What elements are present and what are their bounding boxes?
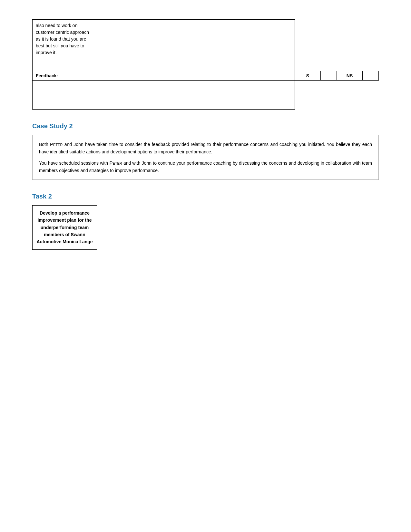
peter-name-2: Peter: [109, 160, 122, 166]
answer-cell-left: [33, 81, 97, 110]
case-study-paragraph-1: Both Peter and John have taken time to c…: [39, 140, 372, 155]
case-study-box: Both Peter and John have taken time to c…: [32, 135, 379, 180]
feedback-ns-label: NS: [337, 71, 363, 81]
feedback-s-check: [321, 71, 337, 81]
answer-row: [33, 81, 379, 110]
feedback-spacer: [97, 71, 295, 81]
peter-name-1: Peter: [50, 141, 63, 147]
task-heading: Task 2: [32, 193, 379, 200]
top-section: also need to work on customer centric ap…: [32, 19, 379, 110]
case-study-paragraph-2: You have scheduled sessions with Peter a…: [39, 159, 372, 174]
task-table: Develop a performance improvement plan f…: [32, 205, 97, 250]
answer-cell-wide: [97, 81, 295, 110]
notes-table: also need to work on customer centric ap…: [32, 19, 379, 110]
feedback-s-label: S: [295, 71, 321, 81]
feedback-label: Feedback:: [33, 71, 97, 81]
case-study-heading: Case Study 2: [32, 122, 379, 130]
notes-text: also need to work on customer centric ap…: [36, 23, 89, 55]
task-row: Develop a performance improvement plan f…: [33, 205, 97, 249]
notes-cell: also need to work on customer centric ap…: [33, 20, 97, 71]
task-section: Task 2 Develop a performance improvement…: [32, 193, 379, 250]
empty-wide-cell: [97, 20, 295, 71]
notes-row: also need to work on customer centric ap…: [33, 20, 379, 71]
feedback-ns-check: [363, 71, 379, 81]
feedback-row: Feedback: S NS: [33, 71, 379, 81]
task-cell: Develop a performance improvement plan f…: [33, 205, 97, 249]
task-cell-text: Develop a performance improvement plan f…: [36, 210, 93, 245]
